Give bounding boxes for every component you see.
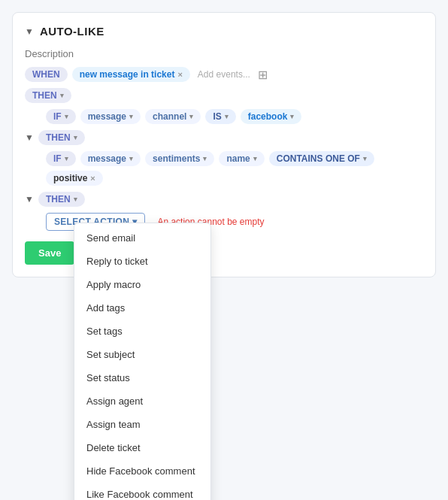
if2-field1-label: message [88,153,126,164]
dropdown-item-set-status[interactable]: Set status [74,366,210,389]
if-row-2: IF ▾ message ▾ sentiments ▾ name ▾ CONTA… [46,151,423,186]
collapse-chevron-icon[interactable]: ▼ [25,26,34,37]
dropdown-item-assign-team[interactable]: Assign team [74,413,210,436]
then-3-chevron-icon[interactable]: ▼ [25,194,34,205]
then-2-chevron-icon[interactable]: ▼ [25,132,34,143]
then-badge-1[interactable]: THEN ▾ [25,88,71,103]
if-field1-label: message [88,111,126,122]
if-value-label: facebook [248,111,288,122]
if-operator-caret-icon: ▾ [225,113,229,120]
if-field2-badge[interactable]: channel ▾ [145,109,201,124]
dropdown-item-set-subject[interactable]: Set subject [74,343,210,366]
if2-caret-icon: ▾ [65,155,68,162]
add-events-button[interactable]: Add events... [195,68,253,81]
if-operator-label: IS [213,111,221,122]
if2-field1-caret-icon: ▾ [129,155,133,162]
dropdown-item-delete-ticket[interactable]: Delete ticket [74,436,210,459]
dropdown-item-like-facebook[interactable]: Like Facebook comment [74,483,210,500]
if-row-1: IF ▾ message ▾ channel ▾ IS ▾ facebook ▾ [46,109,423,124]
header-row: ▼ AUTO-LIKE [25,25,423,38]
if-caret-1-icon: ▾ [65,113,68,120]
event-close-icon[interactable]: × [177,70,182,79]
dropdown-item-send-email[interactable]: Send email [74,226,210,250]
if2-operator-label: CONTAINS ONE OF [277,153,360,164]
action-dropdown-menu: Send email Reply to ticket Apply macro A… [74,223,211,500]
then-row-2: ▼ THEN ▾ [25,130,423,145]
dropdown-item-apply-macro[interactable]: Apply macro [74,273,210,296]
dropdown-item-add-tags[interactable]: Add tags [74,296,210,320]
if-badge-2[interactable]: IF ▾ [46,151,76,166]
if2-field2-label: sentiments [153,153,200,164]
if2-value-close-icon[interactable]: × [90,174,95,183]
dropdown-item-hide-facebook[interactable]: Hide Facebook comment [74,459,210,483]
then-caret-1-icon: ▾ [60,92,64,99]
dropdown-item-assign-agent[interactable]: Assign agent [74,389,210,413]
then-caret-3-icon: ▾ [74,195,77,203]
if-field1-badge[interactable]: message ▾ [80,109,141,124]
then-label-3: THEN [46,194,71,205]
if2-field1-badge[interactable]: message ▾ [80,151,141,166]
if2-field2-badge[interactable]: sentiments ▾ [145,151,214,166]
if-operator-badge[interactable]: IS ▾ [205,109,235,124]
then-badge-2[interactable]: THEN ▾ [38,130,85,145]
event-label: new message in ticket [80,69,175,80]
if2-operator-caret-icon: ▾ [363,155,367,162]
if2-field3-badge[interactable]: name ▾ [219,151,264,166]
if-label-1: IF [53,111,62,122]
calendar-icon[interactable]: ⊞ [258,68,268,82]
if-field1-caret-icon: ▾ [129,113,133,120]
rule-title: AUTO-LIKE [40,25,104,38]
if-value-badge[interactable]: facebook ▾ [241,109,302,124]
when-badge[interactable]: WHEN [25,67,68,82]
save-button[interactable]: Save [25,241,74,265]
dropdown-item-set-tags[interactable]: Set tags [74,320,210,343]
dropdown-item-reply-ticket[interactable]: Reply to ticket [74,250,210,273]
if-field2-caret-icon: ▾ [189,113,193,120]
if2-value-label: positive [53,173,87,183]
then-row-1: THEN ▾ [25,88,423,103]
if2-operator-badge[interactable]: CONTAINS ONE OF ▾ [269,151,374,166]
when-row: WHEN new message in ticket × Add events.… [25,67,423,82]
if-value-caret-icon: ▾ [290,113,294,120]
if2-field2-caret-icon: ▾ [203,155,207,162]
if2-field3-label: name [226,153,250,164]
event-badge[interactable]: new message in ticket × [72,67,190,82]
if-label-2: IF [53,153,62,164]
if-field2-label: channel [153,111,186,122]
then-badge-3[interactable]: THEN ▾ [38,192,85,207]
if-badge-1[interactable]: IF ▾ [46,109,76,124]
description-input[interactable] [25,47,423,67]
then-label-2: THEN [46,132,71,143]
if2-field3-caret-icon: ▾ [253,155,257,162]
then-label-1: THEN [32,90,57,101]
if2-value-badge[interactable]: positive × [46,171,103,186]
then-caret-2-icon: ▾ [74,134,77,141]
then-row-3: ▼ THEN ▾ [25,192,423,207]
